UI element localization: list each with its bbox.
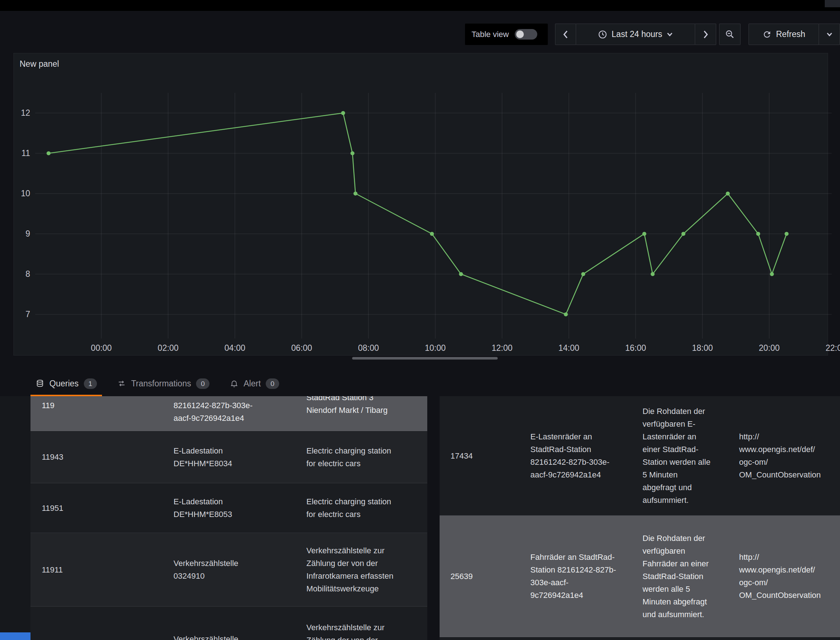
cell-desc-line: StadtRad Station 3 (306, 396, 399, 404)
svg-text:10:00: 10:00 (425, 343, 446, 353)
time-shift-forward-button[interactable] (695, 24, 716, 45)
chevron-right-icon (703, 30, 709, 39)
clock-icon (598, 30, 607, 39)
cell-url: http:// www.opengis.net/def/ ogc-om/ OM_… (728, 551, 840, 602)
time-range-picker-button[interactable]: Last 24 hours (576, 24, 695, 45)
tab-label: Alert (244, 379, 261, 389)
tab-count-badge: 0 (196, 378, 210, 389)
timeseries-panel: 78910111200:0002:0004:0006:0008:0010:001… (13, 53, 828, 355)
horizontal-scrollbar-thumb[interactable] (352, 357, 498, 360)
tab-queries[interactable]: Queries 1 (30, 372, 102, 396)
svg-text:22:00: 22:00 (826, 343, 840, 353)
cell-id: 11943 (42, 453, 64, 461)
refresh-interval-dropdown-button[interactable] (819, 24, 840, 45)
table-row[interactable]: 11943 E-Ladestation DE*HHM*E8034 Electri… (30, 431, 427, 483)
table-row[interactable]: 25639 Fahrräder an StadtRad-Station 8216… (439, 515, 840, 637)
cell-name: E-Ladestation DE*HHM*E8034 (173, 446, 232, 468)
svg-text:12:00: 12:00 (492, 343, 513, 353)
refresh-button[interactable]: Refresh (749, 24, 819, 45)
switch-knob (516, 30, 524, 38)
cell-desc: Die Rohdaten der verfügbaren Fahrräder a… (643, 534, 709, 619)
cell-name: Fahrräder an StadtRad-Station 82161242-8… (531, 552, 616, 600)
svg-text:20:00: 20:00 (759, 343, 780, 353)
svg-text:16:00: 16:00 (625, 343, 646, 353)
tab-label: Queries (50, 379, 79, 389)
svg-text:9: 9 (26, 229, 30, 238)
table-row[interactable]: 17434 E-Lastenräder an StadtRad-Station … (439, 396, 840, 515)
tab-count-badge: 0 (266, 378, 279, 389)
tab-alert[interactable]: Alert 0 (225, 372, 284, 396)
tab-transformations[interactable]: Transformations 0 (112, 372, 215, 396)
panel-editor-tabs: Queries 1 Transformations 0 Alert 0 (13, 372, 284, 396)
svg-text:06:00: 06:00 (291, 343, 312, 353)
time-shift-back-button[interactable] (555, 24, 576, 45)
cell-desc: Verkehrszählstelle zur Zählung der von d… (306, 546, 393, 593)
refresh-label: Refresh (776, 29, 806, 39)
panel-title: New panel (19, 59, 59, 69)
cell-desc: Electric charging station for electric c… (306, 446, 391, 468)
time-range-label: Last 24 hours (612, 29, 662, 39)
table-row[interactable]: 119 82161242-827b-303e-aacf-9c726942a1e4… (30, 396, 427, 431)
datastreams-result-table: 17434 E-Lastenräder an StadtRad-Station … (439, 396, 840, 640)
table-row[interactable]: 11951 E-Ladestation DE*HHM*E8053 Electri… (30, 483, 427, 533)
svg-text:12: 12 (21, 108, 30, 118)
stations-result-table: 119 82161242-827b-303e-aacf-9c726942a1e4… (30, 396, 427, 640)
grafana-panel-editor: Table view Last 24 hours Refresh 7891011… (0, 0, 840, 640)
top-black-bar (0, 0, 840, 11)
cell-id: 25639 (450, 572, 473, 581)
table-row[interactable]: 11911 Verkehrszählstelle 0324910 Verkehr… (30, 533, 427, 606)
query-color-bar (0, 632, 30, 640)
timeseries-chart[interactable]: 78910111200:0002:0004:0006:0008:0010:001… (14, 53, 829, 356)
svg-text:14:00: 14:00 (558, 343, 579, 353)
cell-desc-line: Niendorf Markt / Tibarg (306, 404, 399, 416)
cell-desc: Verkehrszählstelle zur Zählung der von d… (306, 623, 385, 640)
cell-name: Verkehrszählstelle (173, 635, 239, 640)
cell-url: http:// www.opengis.net/def/ ogc-om/ OM_… (728, 430, 840, 481)
table-view-switch[interactable] (515, 29, 537, 40)
table-view-label: Table view (471, 30, 509, 39)
top-right-fragment (825, 0, 840, 7)
transform-icon (117, 379, 126, 388)
svg-text:02:00: 02:00 (157, 343, 179, 353)
zoom-out-time-button[interactable] (719, 24, 741, 45)
chevron-left-icon (563, 30, 569, 39)
svg-text:00:00: 00:00 (91, 343, 112, 353)
cell-name: E-Ladestation DE*HHM*E8053 (173, 497, 232, 519)
cell-id: 11911 (42, 565, 63, 574)
chevron-down-icon (826, 32, 833, 37)
cell-desc: Die Rohdaten der verfügbaren E-Lastenräd… (643, 407, 710, 505)
cell-id: 11951 (42, 504, 64, 513)
table-view-toggle-group: Table view (465, 24, 548, 45)
cell-name: E-Lastenräder an StadtRad-Station 821612… (531, 432, 609, 479)
cell-id: 17434 (450, 451, 473, 461)
svg-text:10: 10 (21, 189, 30, 198)
svg-text:04:00: 04:00 (224, 343, 245, 353)
svg-text:11: 11 (21, 149, 30, 158)
table-row[interactable]: Verkehrszählstelle Verkehrszählstelle zu… (30, 606, 427, 640)
cell-id: 119 (42, 401, 55, 410)
cell-desc: Electric charging station for electric c… (306, 497, 391, 519)
tab-count-badge: 1 (84, 378, 97, 389)
cell-name: 82161242-827b-303e-aacf-9c726942a1e4 (173, 401, 253, 423)
refresh-icon (762, 30, 772, 39)
database-icon (35, 379, 44, 388)
svg-text:8: 8 (26, 269, 30, 278)
tab-label: Transformations (131, 379, 191, 389)
zoom-out-icon (725, 29, 735, 39)
query-editor-left-rail (0, 396, 30, 640)
svg-text:7: 7 (26, 309, 30, 319)
cell-name: Verkehrszählstelle 0324910 (173, 559, 239, 581)
svg-text:18:00: 18:00 (692, 343, 713, 353)
svg-text:08:00: 08:00 (358, 343, 379, 353)
bell-icon (230, 379, 239, 388)
chevron-down-icon (667, 32, 673, 37)
